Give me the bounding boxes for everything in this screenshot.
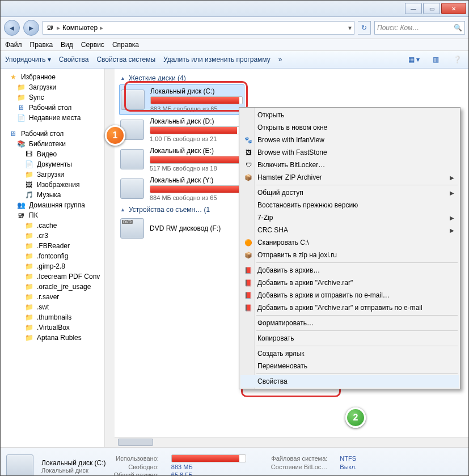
toolbar-overflow[interactable]: » <box>278 56 282 63</box>
tree-folder[interactable]: .oracle_jre_usage <box>37 283 91 291</box>
search-input[interactable]: Поиск: Ком… 🔍 <box>374 21 465 35</box>
drive-item[interactable]: Локальный диск (E:)517 МБ свободно из 18 <box>119 144 243 174</box>
capacity-bar <box>150 96 243 104</box>
preview-pane-button[interactable]: ▥ <box>429 53 442 66</box>
tree-folder[interactable]: .Icecream PDF Conv <box>37 273 100 280</box>
drive-name: Локальный диск (D:) <box>150 117 242 125</box>
context-menu-item[interactable]: 7-Zip▶ <box>240 211 459 224</box>
tree-pictures[interactable]: Изображения <box>37 181 79 189</box>
menu-edit[interactable]: Правка <box>30 41 53 49</box>
submenu-arrow-icon: ▶ <box>450 190 454 196</box>
tree-lib-downloads[interactable]: Загрузки <box>37 171 64 178</box>
tree-desktop[interactable]: Рабочий стол <box>21 130 64 138</box>
tree-folder[interactable]: .thumbnails <box>37 313 71 321</box>
drive-dvd[interactable]: DVD RW дисковод (F:) <box>119 216 243 241</box>
folder-icon: 📁 <box>24 303 33 312</box>
context-menu-item[interactable]: Открыть <box>240 109 459 121</box>
tree-folder[interactable]: .cache <box>37 222 57 230</box>
tree-favorites[interactable]: Избранное <box>21 73 56 81</box>
tree-homegroup[interactable]: Домашняя группа <box>29 201 85 209</box>
context-menu-item[interactable]: 🟠Сканировать C:\ <box>240 236 459 249</box>
tree-desktop-fav[interactable]: Рабочий стол <box>29 104 71 112</box>
context-menu-item[interactable]: Свойства <box>240 375 459 388</box>
tree-music[interactable]: Музыка <box>37 191 61 199</box>
details-title: Локальный диск (C:) <box>41 459 106 467</box>
folder-icon: 📁 <box>24 252 33 261</box>
context-menu-item[interactable]: Общий доступ▶ <box>240 186 459 199</box>
drive-free: 517 МБ свободно из 18 <box>150 165 242 172</box>
context-menu-item[interactable]: 📕Добавить в архив… <box>240 264 459 277</box>
tree-folder[interactable]: Aptana Rubles <box>37 334 82 342</box>
collapse-icon: ▲ <box>120 207 125 212</box>
context-menu-item[interactable]: Форматировать… <box>240 317 459 329</box>
folder-icon: 📁 <box>24 333 33 342</box>
menu-item-label: Свойства <box>257 377 288 385</box>
tree-folder[interactable]: .r.saver <box>37 293 59 301</box>
close-button[interactable]: ✕ <box>441 3 466 14</box>
tree-folder[interactable]: .gimp-2.8 <box>37 262 65 270</box>
tree-pc[interactable]: ПК <box>29 211 38 219</box>
breadcrumb-computer[interactable]: Компьютер <box>62 24 98 32</box>
tree-folder[interactable]: .fontconfig <box>37 252 68 260</box>
context-menu-item[interactable]: 📕Добавить в архив и отправить по e-mail… <box>240 289 459 301</box>
context-menu-item[interactable]: Открыть в новом окне <box>240 121 459 134</box>
group-hdd[interactable]: ▲Жесткие диски (4) <box>119 72 464 84</box>
context-menu-item[interactable]: 🐾Browse with IrfanView <box>240 134 459 146</box>
desktop-icon: 🖥 <box>16 103 26 112</box>
tree-sync[interactable]: Sync <box>29 94 44 101</box>
tree-folder[interactable]: .swt <box>37 303 49 311</box>
tree-folder[interactable]: .VirtualBox <box>37 324 70 332</box>
tree-libraries[interactable]: Библиотеки <box>29 140 66 148</box>
context-menu-item[interactable]: 📕Добавить в архив "Archive.rar" <box>240 277 459 289</box>
tree-folder[interactable]: .cr3 <box>37 232 48 240</box>
drive-item[interactable]: Локальный диск (D:)1,00 ГБ свободно из 2… <box>119 115 243 144</box>
address-dropdown-icon[interactable]: ▾ <box>348 24 352 32</box>
context-menu-item[interactable]: 📕Добавить в архив "Archive.rar" и отправ… <box>240 301 459 314</box>
content-hscrollbar[interactable] <box>115 437 468 447</box>
maximize-button[interactable]: ▭ <box>423 3 440 14</box>
context-menu-item[interactable]: Создать ярлык <box>240 347 459 360</box>
tree-folder[interactable]: .FBReader <box>37 242 70 250</box>
tree-downloads[interactable]: Загрузки <box>29 83 56 91</box>
folder-icon: 📁 <box>24 262 33 271</box>
forward-button[interactable]: ► <box>23 20 39 36</box>
context-menu-item[interactable]: CRC SHA▶ <box>240 224 459 236</box>
command-bar: Упорядочить ▾ Свойства Свойства системы … <box>1 51 468 69</box>
organize-button[interactable]: Упорядочить ▾ <box>5 56 51 63</box>
uninstall-button[interactable]: Удалить или изменить программу <box>163 56 271 63</box>
details-fs-value: NTFS <box>340 455 357 462</box>
context-menu-item[interactable]: 🛡Включить BitLocker… <box>240 159 459 171</box>
system-properties-button[interactable]: Свойства системы <box>96 56 155 63</box>
hdd-icon <box>121 90 145 110</box>
refresh-button[interactable]: ↻ <box>358 21 371 35</box>
menu-item-icon: 🟠 <box>244 238 253 247</box>
context-menu-item[interactable]: 🖼Browse with FastStone <box>240 146 459 159</box>
back-button[interactable]: ◄ <box>4 20 20 36</box>
menu-item-label: Форматировать… <box>257 319 314 327</box>
tree-documents[interactable]: Документы <box>37 160 72 168</box>
drive-item[interactable]: Локальный диск (C:)883 МБ свободно из 65 <box>119 84 244 115</box>
help-button[interactable]: ❔ <box>450 53 464 66</box>
tree-video[interactable]: Видео <box>37 150 57 158</box>
menu-help[interactable]: Справка <box>112 41 139 49</box>
drive-item[interactable]: Локальный диск (Y:)884 МБ свободно из 65 <box>119 174 243 203</box>
navigation-pane[interactable]: ★Избранное 📁Загрузки 📁Sync 🖥Рабочий стол… <box>1 69 115 447</box>
breadcrumb-sep: ▸ <box>57 24 60 32</box>
address-bar[interactable]: 🖳 ▸ Компьютер ▸ ▾ <box>43 21 354 35</box>
details-total-value: 65,8 ГБ <box>171 471 246 476</box>
folder-icon: 📁 <box>24 272 33 281</box>
menu-tools[interactable]: Сервис <box>81 41 104 49</box>
context-menu-item[interactable]: 📦Hamster ZIP Archiver▶ <box>240 171 459 184</box>
menu-view[interactable]: Вид <box>61 41 73 49</box>
tree-recent[interactable]: Недавние места <box>29 114 81 122</box>
menu-item-label: Сканировать C:\ <box>257 239 309 246</box>
minimize-button[interactable]: — <box>405 3 422 14</box>
context-menu-item[interactable]: Переименовать <box>240 360 459 372</box>
context-menu-item[interactable]: 📦Отправить в zip на joxi.ru <box>240 249 459 261</box>
menu-file[interactable]: Файл <box>5 41 22 49</box>
menu-item-icon: 🐾 <box>244 135 253 144</box>
context-menu-item[interactable]: Копировать <box>240 332 459 345</box>
context-menu-item[interactable]: Восстановить прежнюю версию <box>240 199 459 211</box>
view-mode-button[interactable]: ▦ ▾ <box>407 53 421 66</box>
properties-button[interactable]: Свойства <box>59 56 89 63</box>
